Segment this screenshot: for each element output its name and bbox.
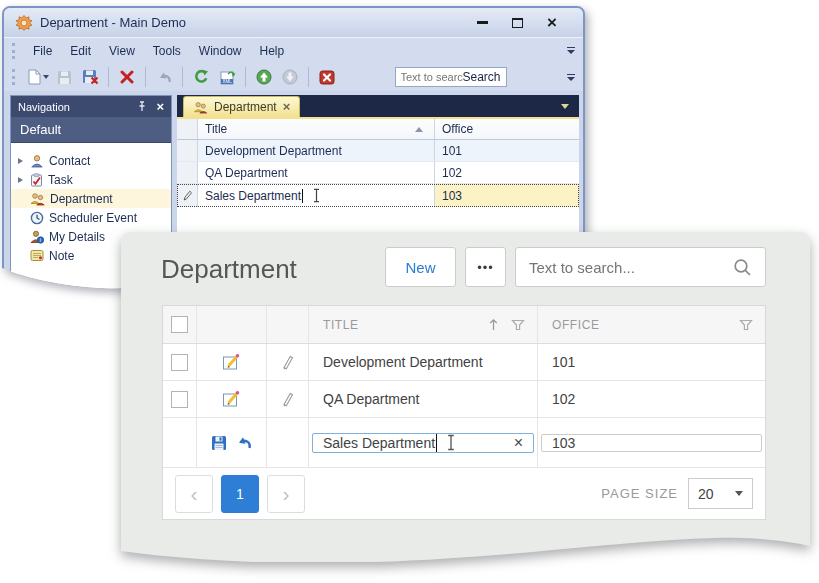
nav-item-label: Task [48, 173, 73, 187]
menu-overflow-chevron-icon[interactable] [566, 47, 575, 54]
toolbar-overflow-chevron-icon[interactable] [566, 74, 575, 81]
new-document-button[interactable] [26, 66, 50, 88]
edit-action-cell[interactable] [197, 381, 267, 417]
search-input[interactable] [529, 259, 733, 276]
cell-title[interactable]: QA Department [198, 162, 435, 183]
expand-arrow-icon[interactable] [18, 157, 25, 164]
office-cell[interactable]: 101 [538, 344, 765, 380]
grid-edit-row-sales[interactable]: Sales Department 103 [177, 184, 579, 207]
title-edit-input[interactable]: Sales Department × [312, 433, 534, 453]
exit-button[interactable] [315, 66, 339, 88]
menu-view[interactable]: View [100, 41, 144, 61]
cell-office[interactable]: 102 [435, 162, 579, 183]
row-select-cell[interactable] [163, 381, 197, 417]
office-column-header[interactable]: OFFICE [538, 306, 765, 343]
cell-office[interactable]: 101 [435, 140, 579, 161]
maximize-button[interactable] [512, 18, 523, 28]
previous-record-button[interactable] [252, 66, 276, 88]
window-titlebar[interactable]: Department - Main Demo × [4, 8, 583, 37]
toolbar-search-button[interactable]: Search [463, 70, 501, 84]
save-button-disabled[interactable] [52, 66, 76, 88]
row-checkbox[interactable] [171, 391, 188, 408]
title-cell[interactable]: Development Department [309, 344, 538, 380]
chevron-left-icon: ‹ [191, 482, 198, 506]
edit-cell-text: Sales Department [205, 189, 301, 203]
undo-icon[interactable] [236, 435, 252, 450]
navigation-group-label: Default [20, 122, 61, 137]
menu-file[interactable]: File [24, 41, 61, 61]
next-record-button-disabled[interactable] [278, 66, 302, 88]
page-number: 1 [236, 486, 244, 502]
select-all-cell[interactable] [163, 306, 197, 343]
next-page-button[interactable]: › [267, 475, 305, 513]
row-select-cell[interactable] [163, 344, 197, 380]
tab-strip: Department × [177, 95, 579, 117]
previous-page-button[interactable]: ‹ [175, 475, 213, 513]
office-edit-cell[interactable]: 103 [435, 184, 579, 207]
title-edit-cell[interactable]: Sales Department [198, 184, 435, 207]
expand-arrow-icon[interactable] [18, 176, 25, 183]
refresh-button[interactable] [189, 66, 213, 88]
magnifier-icon[interactable] [733, 258, 752, 277]
close-button[interactable]: × [547, 18, 557, 28]
pin-icon[interactable] [137, 101, 147, 112]
nav-item-task[interactable]: Task [11, 170, 171, 189]
link-action-cell[interactable] [267, 344, 309, 380]
navigation-header[interactable]: Navigation × [11, 96, 171, 117]
page-title: Department [161, 254, 297, 285]
toolbar-grip[interactable] [12, 69, 16, 85]
search-box[interactable] [515, 247, 766, 287]
toolbar-search-box[interactable]: Search [395, 67, 507, 87]
filter-icon[interactable] [511, 319, 525, 331]
column-header-title[interactable]: Title [198, 119, 435, 139]
menu-grip[interactable] [12, 43, 16, 59]
filter-icon[interactable] [739, 319, 753, 331]
clear-input-icon[interactable]: × [514, 434, 523, 452]
sort-ascending-icon[interactable] [488, 318, 499, 331]
minimize-button[interactable] [477, 21, 488, 24]
window-title: Department - Main Demo [40, 15, 477, 30]
save-close-button[interactable] [78, 66, 102, 88]
row-checkbox[interactable] [171, 354, 188, 371]
page-1-button[interactable]: 1 [221, 475, 259, 513]
delete-button[interactable] [115, 66, 139, 88]
new-button[interactable]: New [385, 247, 456, 287]
grid-row-qa[interactable]: QA Department 102 [177, 162, 579, 184]
menu-tools[interactable]: Tools [144, 41, 190, 61]
tab-department[interactable]: Department × [183, 96, 300, 117]
page-size-select[interactable]: 20 [688, 478, 753, 509]
table-row-development[interactable]: Development Department 101 [163, 344, 765, 381]
undo-button-disabled[interactable] [152, 66, 176, 88]
more-actions-button[interactable]: ••• [465, 247, 506, 287]
column-header-office[interactable]: Office [435, 119, 579, 139]
navigation-close-icon[interactable]: × [156, 102, 164, 112]
toolbar-separator [108, 67, 109, 87]
menu-edit[interactable]: Edit [61, 41, 100, 61]
title-column-header[interactable]: TITLE [309, 306, 538, 343]
link-action-cell[interactable] [267, 381, 309, 417]
office-edit-input[interactable]: 103 [541, 434, 762, 452]
row-editing-indicator [177, 184, 198, 207]
save-icon[interactable] [211, 435, 228, 451]
new-dropdown-icon[interactable] [43, 75, 49, 79]
cell-title[interactable]: Development Department [198, 140, 435, 161]
nav-item-contact[interactable]: Contact [11, 151, 171, 170]
table-edit-row-sales[interactable]: Sales Department × 103 [163, 418, 765, 468]
nav-item-department[interactable]: Department [11, 189, 171, 208]
menu-window[interactable]: Window [190, 41, 251, 61]
nav-item-scheduler-event[interactable]: Scheduler Event [11, 208, 171, 227]
menu-help[interactable]: Help [251, 41, 294, 61]
export-xml-button[interactable]: XML [215, 66, 239, 88]
edit-column-header [197, 306, 267, 343]
link-pencil-icon [281, 391, 294, 407]
title-cell[interactable]: QA Department [309, 381, 538, 417]
tab-dropdown-icon[interactable] [561, 104, 569, 109]
grid-row-development[interactable]: Development Department 101 [177, 140, 579, 162]
navigation-group-default[interactable]: Default [11, 117, 171, 143]
tab-close-icon[interactable]: × [283, 102, 291, 112]
edit-action-cell[interactable] [197, 344, 267, 380]
table-row-qa[interactable]: QA Department 102 [163, 381, 765, 418]
select-all-checkbox[interactable] [171, 316, 188, 333]
office-cell[interactable]: 102 [538, 381, 765, 417]
toolbar-search-input[interactable] [401, 71, 463, 83]
